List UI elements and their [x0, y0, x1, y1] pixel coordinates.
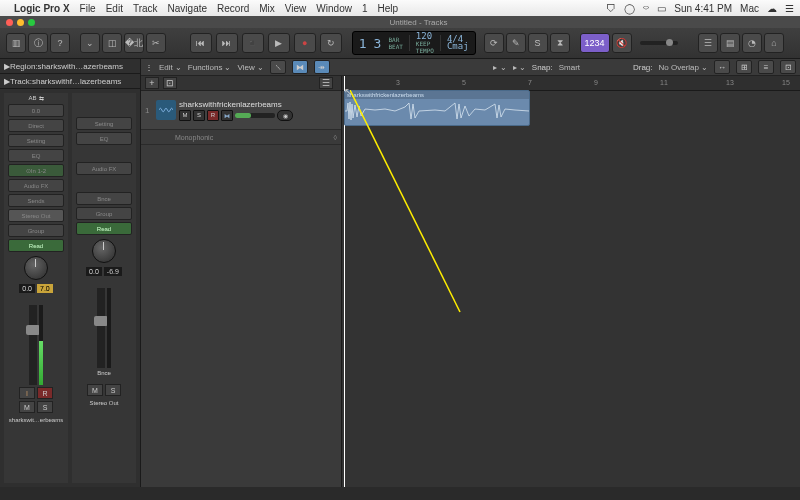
- countin-button[interactable]: ⧗: [550, 33, 570, 53]
- solo-button-b[interactable]: S: [105, 384, 121, 396]
- output-slot[interactable]: Stereo Out: [8, 209, 64, 222]
- notes-button[interactable]: ▤: [720, 33, 740, 53]
- snap-menu[interactable]: Smart: [559, 63, 580, 72]
- menu-view[interactable]: View: [285, 3, 307, 14]
- track-flex-mode[interactable]: Monophonic ◊: [141, 130, 341, 145]
- cycle-button[interactable]: ↻: [320, 33, 342, 53]
- track-mute-button[interactable]: M: [179, 110, 191, 121]
- mixer-button[interactable]: �北: [124, 33, 144, 53]
- add-track-button[interactable]: +: [145, 77, 159, 89]
- smart-controls-button[interactable]: ◫: [102, 33, 122, 53]
- eq-slot[interactable]: EQ: [8, 149, 64, 162]
- pan-knob[interactable]: [24, 256, 48, 280]
- list-editors-button[interactable]: ☰: [698, 33, 718, 53]
- menu-count[interactable]: 1: [362, 3, 368, 14]
- vol-value-b[interactable]: -6.9: [104, 267, 122, 276]
- track-icon[interactable]: [156, 100, 176, 120]
- loops-button[interactable]: ◔: [742, 33, 762, 53]
- menu-record[interactable]: Record: [217, 3, 249, 14]
- ruler[interactable]: 357911131517: [342, 76, 800, 91]
- status-time[interactable]: Sun 4:41 PM: [674, 3, 732, 14]
- menu-navigate[interactable]: Navigate: [168, 3, 207, 14]
- input-slot[interactable]: ⊙ In 1-2: [8, 164, 64, 177]
- status-circle-icon[interactable]: ◯: [624, 3, 635, 14]
- tracks-menu-icon[interactable]: ⋮: [145, 63, 153, 72]
- stop-button[interactable]: ◾: [242, 33, 264, 53]
- status-wifi-icon[interactable]: ⌔: [643, 3, 649, 14]
- rewind-button[interactable]: ⏮: [190, 33, 212, 53]
- record-button[interactable]: ●: [294, 33, 316, 53]
- lcd-key[interactable]: Cmaj: [447, 43, 469, 50]
- view-menu[interactable]: View ⌄: [237, 63, 263, 72]
- direct-slot[interactable]: Direct: [8, 119, 64, 132]
- master-tag[interactable]: 1234: [580, 33, 610, 53]
- group-slot[interactable]: Group: [8, 224, 64, 237]
- forward-button[interactable]: ⏭: [216, 33, 238, 53]
- track-toggle[interactable]: ◉: [277, 110, 293, 121]
- volume-fader-b[interactable]: [97, 288, 105, 368]
- drag-menu[interactable]: No Overlap ⌄: [659, 63, 708, 72]
- automation-button[interactable]: ⟍: [270, 60, 286, 74]
- lcd-beat[interactable]: 3: [374, 36, 383, 51]
- status-cloud-icon[interactable]: ☁: [767, 3, 777, 14]
- input-monitor-button[interactable]: I: [19, 387, 35, 399]
- automation-slot[interactable]: Read: [8, 239, 64, 252]
- zoom-fit-button[interactable]: ⊡: [780, 60, 796, 74]
- vol-value[interactable]: 7.0: [37, 284, 53, 293]
- waveform-zoom-button[interactable]: ≡: [758, 60, 774, 74]
- playhead[interactable]: [344, 76, 345, 487]
- status-shield-icon[interactable]: ⛉: [606, 3, 616, 14]
- status-mac[interactable]: Mac: [740, 3, 759, 14]
- pan-value-b[interactable]: 0.0: [86, 267, 102, 276]
- rec-enable-button[interactable]: R: [37, 387, 53, 399]
- status-battery-icon[interactable]: ▭: [657, 3, 666, 14]
- zoom-h-button[interactable]: ↔: [714, 60, 730, 74]
- zoom-v-button[interactable]: ⊞: [736, 60, 752, 74]
- setting-slot[interactable]: Setting: [8, 134, 64, 147]
- inspector-track-header[interactable]: ▶ Track: sharkswithf…lazerbeams: [0, 74, 140, 89]
- lcd-bar[interactable]: 1: [359, 36, 368, 51]
- track-name[interactable]: sharkswithfrickenlazerbeams: [179, 100, 337, 109]
- functions-menu[interactable]: Functions ⌄: [188, 63, 232, 72]
- lcd-display[interactable]: 1 3 BARBEAT 120KEEPTEMPO 4/4Cmaj: [352, 31, 476, 55]
- replace-button[interactable]: ⟳: [484, 33, 504, 53]
- lcd-tempo[interactable]: 120: [416, 33, 434, 40]
- edit-menu[interactable]: Edit ⌄: [159, 63, 182, 72]
- global-tracks-button[interactable]: ☰: [319, 77, 333, 89]
- browser-button[interactable]: ⌂: [764, 33, 784, 53]
- pan-value[interactable]: 0.0: [19, 284, 35, 293]
- sends-slot[interactable]: Sends: [8, 194, 64, 207]
- gain-slot[interactable]: 0.0: [8, 104, 64, 117]
- toolbar-button[interactable]: ⌄: [80, 33, 100, 53]
- menu-track[interactable]: Track: [133, 3, 158, 14]
- master-volume-slider[interactable]: [640, 41, 678, 45]
- duplicate-track-button[interactable]: ⊡: [163, 77, 177, 89]
- gain-arrows-icon[interactable]: ⇆: [39, 95, 44, 102]
- solo-button[interactable]: S: [528, 33, 548, 53]
- setting-slot-b[interactable]: Setting: [76, 117, 132, 130]
- menu-edit[interactable]: Edit: [106, 3, 123, 14]
- quickhelp-button[interactable]: ?: [50, 33, 70, 53]
- inspector-button[interactable]: ⓘ: [28, 33, 48, 53]
- menu-help[interactable]: Help: [377, 3, 398, 14]
- audiofx-slot[interactable]: Audio FX: [8, 179, 64, 192]
- menu-mix[interactable]: Mix: [259, 3, 275, 14]
- close-button[interactable]: [6, 19, 13, 26]
- pan-knob-b[interactable]: [92, 239, 116, 263]
- mute-button[interactable]: M: [19, 401, 35, 413]
- automation-slot-b[interactable]: Read: [76, 222, 132, 235]
- inspector-region-header[interactable]: ▶ Region: sharkswith…azerbeams: [0, 59, 140, 74]
- track-flex-button[interactable]: ⧓: [221, 110, 233, 121]
- status-search-icon[interactable]: ☰: [785, 3, 794, 14]
- left-tool[interactable]: ▸ ⌄: [493, 63, 506, 72]
- flex-button[interactable]: ⧓: [292, 60, 308, 74]
- arrange-area[interactable]: 357911131517 sharkswithfrickenlazerbeams…: [342, 76, 800, 487]
- editors-button[interactable]: ✂: [146, 33, 166, 53]
- menu-file[interactable]: File: [80, 3, 96, 14]
- menu-app[interactable]: Logic Pro X: [14, 3, 70, 14]
- track-solo-button[interactable]: S: [193, 110, 205, 121]
- library-button[interactable]: ▥: [6, 33, 26, 53]
- group-slot-b[interactable]: Group: [76, 207, 132, 220]
- autopunch-button[interactable]: ✎: [506, 33, 526, 53]
- zoom-button[interactable]: [28, 19, 35, 26]
